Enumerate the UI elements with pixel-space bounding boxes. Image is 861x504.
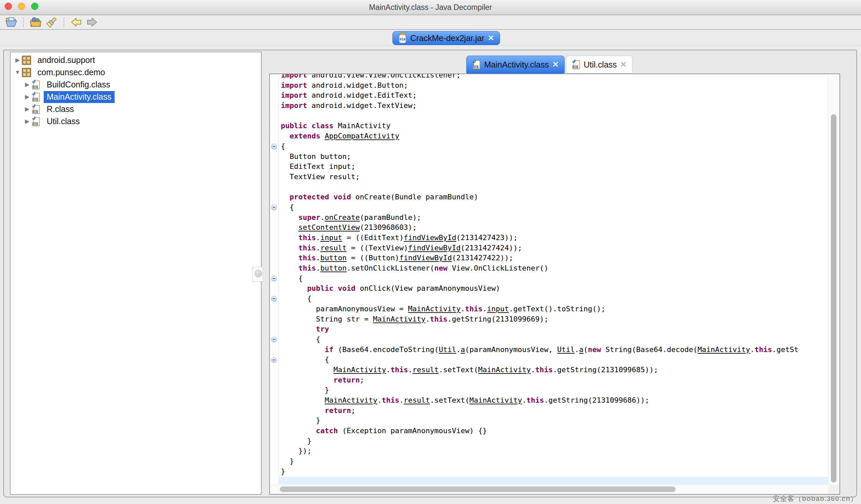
open-type-icon [30,17,42,27]
back-button[interactable] [70,16,83,28]
code-line: this.button = ((Button)findViewById(2131… [281,253,828,263]
code-line: } [281,466,828,477]
code-line: public void onClick(View paramAnonymousV… [281,284,828,294]
fold-collapse-icon[interactable]: − [271,276,277,282]
svg-text:010: 010 [573,66,577,69]
tree-item-R-class[interactable]: ▶010R.class [11,103,261,115]
class-file-icon: 010 [472,59,481,70]
code-line: import android.widget.EditText; [281,91,828,101]
code-line: { [281,202,828,213]
code-line: import android.view.View.OnClickListener… [281,73,828,80]
titlebar: MainActivity.class - Java Decompiler [0,0,861,15]
code-line: import android.widget.Button; [281,80,828,91]
code-tab-close-icon[interactable]: ✕ [552,60,559,69]
tree-item-label[interactable]: com.punsec.demo [35,67,108,79]
package-icon [22,68,31,77]
code-line: TextView result; [281,172,828,182]
horizontal-scrollbar-thumb[interactable] [280,487,675,492]
fold-collapse-icon[interactable]: − [271,337,277,342]
tree-item-label[interactable]: R.class [44,103,77,115]
code-line: { [281,335,828,345]
fold-collapse-icon[interactable]: − [271,296,277,302]
code-line: super.onCreate(paramBundle); [281,213,828,223]
flashlight-search-icon [46,16,58,28]
tree-item-com-punsec-demo[interactable]: ▼com.punsec.demo [11,66,261,79]
open-file-button[interactable] [5,16,18,28]
open-file-icon [5,17,17,27]
back-arrow-icon [70,17,82,27]
chevron-collapsed-icon[interactable]: ▶ [23,81,31,88]
class-file-icon: 010 [31,92,40,102]
code-tab-close-icon[interactable]: ✕ [620,60,627,69]
tree-item-BuildConfig-class[interactable]: ▶010BuildConfig.class [11,79,261,91]
code-line [281,111,828,121]
tree-item-android-support[interactable]: ▶android.support [11,54,261,66]
code-line: EditText input; [281,162,828,172]
svg-text:010: 010 [33,98,38,101]
code-tabs: 010MainActivity.class✕010Util.class✕ [466,56,632,73]
code-line: String str = MainActivity.this.getString… [281,314,828,325]
code-line: } [281,456,828,466]
toolbar-separator [64,17,64,27]
code-line: public class MainActivity [281,121,828,131]
tree-item-Util-class[interactable]: ▶010Util.class [11,115,261,127]
code-line: return; [281,375,828,385]
open-type-button[interactable] [29,16,42,28]
code-line: this.result = ((TextView)findViewById(21… [281,243,828,253]
svg-text:010: 010 [33,123,38,126]
vertical-scrollbar-thumb[interactable] [831,114,836,482]
vertical-scrollbar [828,74,839,485]
svg-text:010: 010 [33,111,38,113]
class-file-icon: 010 [31,80,40,90]
code-line: } [281,416,828,426]
code-line: { [281,355,828,365]
code-line: MainActivity.this.result.setText(MainAct… [281,365,828,375]
fold-collapse-icon[interactable]: − [271,357,277,363]
jar-tab[interactable]: 010 CrackMe-dex2jar.jar ✕ [393,31,500,45]
code-line: return; [281,406,828,416]
code-line: { [281,294,828,304]
code-line: extends AppCompatActivity [281,131,828,141]
toolbar [0,15,861,30]
code-line: MainActivity.this.result.setText(MainAct… [281,395,828,406]
tree-item-MainActivity-class[interactable]: ▶010MainActivity.class [11,91,261,103]
svg-text:010: 010 [33,86,38,89]
code-line: this.input = ((EditText)findViewById(213… [281,233,828,243]
tree-item-label[interactable]: MainActivity.class [44,91,114,103]
current-line-highlight [270,477,828,485]
chevron-collapsed-icon[interactable]: ▶ [23,93,31,100]
chevron-collapsed-icon[interactable]: ▶ [23,118,31,125]
window-title: MainActivity.class - Java Decompiler [0,0,861,15]
code-line: this.button.setOnClickListener(new View.… [281,263,828,273]
fold-collapse-icon[interactable]: − [271,144,277,149]
jar-tab-label: CrackMe-dex2jar.jar [410,33,484,43]
code-line: paramAnonymousView = MainActivity.this.i… [281,304,828,314]
code-line: { [281,273,828,284]
chevron-collapsed-icon[interactable]: ▶ [13,57,22,64]
fold-gutter: −−−−−− [270,74,279,485]
code-tab-MainActivity-class[interactable]: 010MainActivity.class✕ [466,56,565,73]
code-line: catch (Exception paramAnonymousView) {} [281,426,828,436]
jar-file-icon: 010 [398,33,407,44]
class-file-icon: 010 [31,104,40,114]
tree-item-label[interactable]: BuildConfig.class [44,79,113,91]
code-tab-Util-class[interactable]: 010Util.class✕ [566,56,632,73]
code-line: Button button; [281,152,828,162]
code-line: { [281,141,828,152]
scrollbar-corner [828,485,839,494]
horizontal-scrollbar [270,485,828,494]
splitter-handle[interactable] [255,270,262,277]
chevron-expanded-icon[interactable]: ▼ [13,69,22,76]
jar-tab-close-icon[interactable]: ✕ [488,33,494,43]
forward-button[interactable] [85,16,99,28]
fold-collapse-icon[interactable]: − [271,205,277,210]
svg-text:010: 010 [473,66,478,69]
package-tree: ▶android.support▼com.punsec.demo▶010Buil… [10,52,262,495]
tree-item-label[interactable]: Util.class [44,115,83,127]
code-line: setContentView(2130968603); [281,222,828,233]
decompiled-source: import android.view.View.OnClickListener… [270,73,828,485]
search-button[interactable] [45,16,58,28]
code-line: protected void onCreate(Bundle paramBund… [281,192,828,202]
tree-item-label[interactable]: android.support [35,54,98,66]
chevron-collapsed-icon[interactable]: ▶ [23,106,31,113]
